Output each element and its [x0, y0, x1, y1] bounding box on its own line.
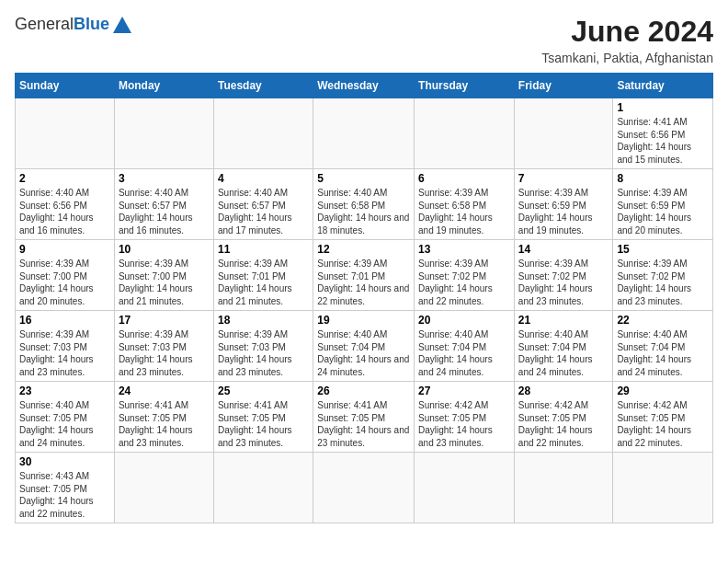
day-cell: 29Sunrise: 4:42 AM Sunset: 7:05 PM Dayli… [613, 382, 713, 453]
day-number: 22 [617, 314, 709, 327]
day-cell [514, 453, 613, 523]
day-info: Sunrise: 4:39 AM Sunset: 7:00 PM Dayligh… [119, 258, 210, 307]
day-cell: 17Sunrise: 4:39 AM Sunset: 7:03 PM Dayli… [114, 311, 213, 382]
weekday-header-tuesday: Tuesday [213, 74, 313, 98]
day-info: Sunrise: 4:40 AM Sunset: 6:56 PM Dayligh… [19, 187, 110, 236]
day-cell: 4Sunrise: 4:40 AM Sunset: 6:57 PM Daylig… [213, 169, 313, 240]
day-number: 17 [119, 314, 210, 327]
weekday-header-thursday: Thursday [415, 74, 515, 98]
day-cell: 11Sunrise: 4:39 AM Sunset: 7:01 PM Dayli… [213, 240, 313, 311]
day-cell: 30Sunrise: 4:43 AM Sunset: 7:05 PM Dayli… [16, 453, 115, 523]
day-cell: 7Sunrise: 4:39 AM Sunset: 6:59 PM Daylig… [514, 169, 613, 240]
day-number: 13 [418, 243, 510, 256]
logo: GeneralBlue [15, 15, 132, 35]
day-number: 29 [617, 385, 709, 397]
day-info: Sunrise: 4:40 AM Sunset: 6:57 PM Dayligh… [119, 187, 210, 236]
day-info: Sunrise: 4:39 AM Sunset: 6:59 PM Dayligh… [617, 187, 709, 236]
day-number: 27 [418, 385, 510, 397]
logo-triangle-icon [112, 15, 132, 35]
day-number: 6 [418, 172, 510, 185]
day-cell: 8Sunrise: 4:39 AM Sunset: 6:59 PM Daylig… [613, 169, 713, 240]
day-cell: 24Sunrise: 4:41 AM Sunset: 7:05 PM Dayli… [114, 382, 213, 453]
day-number: 20 [418, 314, 510, 327]
day-info: Sunrise: 4:40 AM Sunset: 7:04 PM Dayligh… [518, 328, 609, 378]
day-cell: 27Sunrise: 4:42 AM Sunset: 7:05 PM Dayli… [415, 382, 515, 453]
day-info: Sunrise: 4:39 AM Sunset: 7:00 PM Dayligh… [19, 258, 110, 307]
day-cell [613, 453, 713, 523]
day-cell: 6Sunrise: 4:39 AM Sunset: 6:58 PM Daylig… [415, 169, 515, 240]
week-row-4: 16Sunrise: 4:39 AM Sunset: 7:03 PM Dayli… [16, 311, 713, 382]
day-number: 21 [518, 314, 609, 327]
day-number: 14 [518, 243, 609, 256]
day-cell [415, 453, 515, 523]
day-cell [313, 453, 415, 523]
weekday-header-monday: Monday [114, 74, 213, 98]
week-row-1: 1Sunrise: 4:41 AM Sunset: 6:56 PM Daylig… [16, 98, 713, 169]
day-cell [514, 98, 613, 169]
weekday-header-saturday: Saturday [613, 74, 713, 98]
day-number: 26 [317, 385, 410, 397]
day-info: Sunrise: 4:39 AM Sunset: 7:03 PM Dayligh… [19, 328, 110, 378]
day-info: Sunrise: 4:39 AM Sunset: 7:03 PM Dayligh… [218, 328, 309, 378]
day-info: Sunrise: 4:41 AM Sunset: 7:05 PM Dayligh… [218, 399, 309, 449]
day-number: 18 [218, 314, 309, 327]
day-cell: 16Sunrise: 4:39 AM Sunset: 7:03 PM Dayli… [16, 311, 115, 382]
day-cell: 2Sunrise: 4:40 AM Sunset: 6:56 PM Daylig… [16, 169, 115, 240]
day-info: Sunrise: 4:39 AM Sunset: 7:02 PM Dayligh… [518, 258, 609, 307]
day-info: Sunrise: 4:39 AM Sunset: 7:02 PM Dayligh… [617, 258, 709, 307]
day-number: 28 [518, 385, 609, 397]
day-number: 16 [19, 314, 110, 327]
day-number: 3 [119, 172, 210, 185]
day-number: 19 [317, 314, 410, 327]
day-cell: 14Sunrise: 4:39 AM Sunset: 7:02 PM Dayli… [514, 240, 613, 311]
day-number: 15 [617, 243, 709, 256]
day-number: 2 [19, 172, 110, 185]
day-cell: 9Sunrise: 4:39 AM Sunset: 7:00 PM Daylig… [16, 240, 115, 311]
day-cell [213, 453, 313, 523]
day-cell: 26Sunrise: 4:41 AM Sunset: 7:05 PM Dayli… [313, 382, 415, 453]
day-info: Sunrise: 4:39 AM Sunset: 6:58 PM Dayligh… [418, 187, 510, 236]
day-info: Sunrise: 4:40 AM Sunset: 6:58 PM Dayligh… [317, 187, 410, 236]
day-cell: 25Sunrise: 4:41 AM Sunset: 7:05 PM Dayli… [213, 382, 313, 453]
title-area: June 2024 Tsamkani, Paktia, Afghanistan [541, 15, 713, 65]
day-cell: 20Sunrise: 4:40 AM Sunset: 7:04 PM Dayli… [415, 311, 515, 382]
week-row-3: 9Sunrise: 4:39 AM Sunset: 7:00 PM Daylig… [16, 240, 713, 311]
day-cell: 13Sunrise: 4:39 AM Sunset: 7:02 PM Dayli… [415, 240, 515, 311]
day-number: 9 [19, 243, 110, 256]
week-row-5: 23Sunrise: 4:40 AM Sunset: 7:05 PM Dayli… [16, 382, 713, 453]
day-info: Sunrise: 4:40 AM Sunset: 6:57 PM Dayligh… [218, 187, 309, 236]
day-number: 10 [119, 243, 210, 256]
svg-marker-0 [113, 17, 131, 33]
day-number: 4 [218, 172, 309, 185]
logo-text: GeneralBlue [15, 15, 109, 35]
day-cell: 15Sunrise: 4:39 AM Sunset: 7:02 PM Dayli… [613, 240, 713, 311]
day-info: Sunrise: 4:43 AM Sunset: 7:05 PM Dayligh… [19, 470, 110, 520]
day-info: Sunrise: 4:42 AM Sunset: 7:05 PM Dayligh… [617, 399, 709, 449]
day-info: Sunrise: 4:41 AM Sunset: 6:56 PM Dayligh… [617, 116, 709, 166]
day-info: Sunrise: 4:40 AM Sunset: 7:04 PM Dayligh… [317, 328, 410, 378]
day-cell: 3Sunrise: 4:40 AM Sunset: 6:57 PM Daylig… [114, 169, 213, 240]
day-number: 30 [19, 455, 110, 468]
weekday-header-row: SundayMondayTuesdayWednesdayThursdayFrid… [16, 74, 713, 98]
day-number: 11 [218, 243, 309, 256]
day-info: Sunrise: 4:42 AM Sunset: 7:05 PM Dayligh… [418, 399, 510, 449]
day-cell: 21Sunrise: 4:40 AM Sunset: 7:04 PM Dayli… [514, 311, 613, 382]
day-cell: 18Sunrise: 4:39 AM Sunset: 7:03 PM Dayli… [213, 311, 313, 382]
day-number: 23 [19, 385, 110, 397]
day-cell: 23Sunrise: 4:40 AM Sunset: 7:05 PM Dayli… [16, 382, 115, 453]
day-info: Sunrise: 4:40 AM Sunset: 7:04 PM Dayligh… [418, 328, 510, 378]
day-info: Sunrise: 4:41 AM Sunset: 7:05 PM Dayligh… [317, 399, 410, 449]
day-cell [313, 98, 415, 169]
day-cell: 10Sunrise: 4:39 AM Sunset: 7:00 PM Dayli… [114, 240, 213, 311]
day-cell: 5Sunrise: 4:40 AM Sunset: 6:58 PM Daylig… [313, 169, 415, 240]
calendar: SundayMondayTuesdayWednesdayThursdayFrid… [15, 73, 713, 523]
weekday-header-wednesday: Wednesday [313, 74, 415, 98]
day-number: 24 [119, 385, 210, 397]
day-info: Sunrise: 4:40 AM Sunset: 7:05 PM Dayligh… [19, 399, 110, 449]
day-cell: 19Sunrise: 4:40 AM Sunset: 7:04 PM Dayli… [313, 311, 415, 382]
day-number: 1 [617, 101, 709, 114]
day-number: 8 [617, 172, 709, 185]
week-row-2: 2Sunrise: 4:40 AM Sunset: 6:56 PM Daylig… [16, 169, 713, 240]
day-number: 12 [317, 243, 410, 256]
header: GeneralBlue June 2024 Tsamkani, Paktia, … [15, 15, 713, 65]
